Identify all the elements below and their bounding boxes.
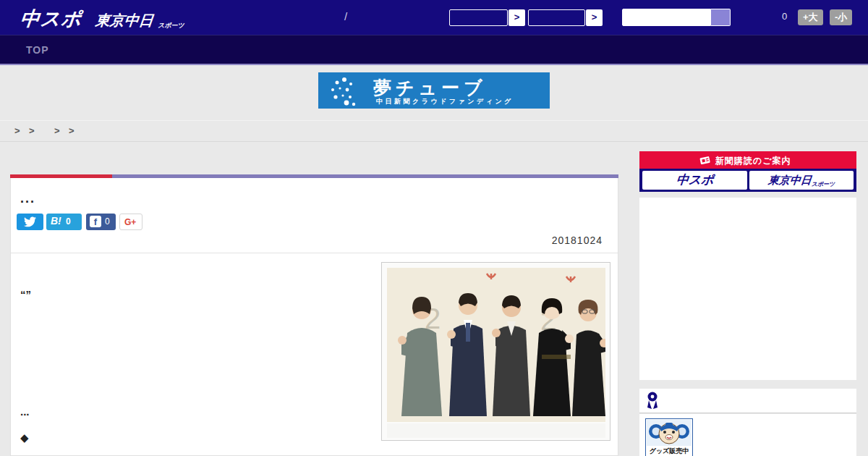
twitter-bird-icon [24, 216, 36, 227]
search-go-button[interactable] [711, 9, 731, 26]
article-quote-text: “” [20, 288, 31, 300]
breadcrumb-separator: > [69, 125, 75, 136]
header-select-1[interactable] [449, 9, 508, 26]
article-header-divider [11, 253, 618, 253]
search-input[interactable] [622, 9, 711, 26]
hatena-count: 0 [66, 216, 71, 227]
mascot-art [647, 420, 692, 446]
photo-caption [387, 423, 605, 438]
font-size-smaller-button[interactable]: -小 [830, 9, 852, 25]
article-photo-frame: 2 2 F R [381, 262, 610, 441]
facebook-count: 0 [105, 216, 110, 227]
font-size-larger-button[interactable]: +大 [798, 9, 823, 25]
site-logo[interactable]: 中スポ 東京中日 スポーツ [20, 6, 184, 32]
banner-subtitle: 中日新聞クラウドファンディング [376, 97, 514, 106]
dots-pattern-icon [327, 75, 378, 107]
article-ellipsis-text: ... [20, 405, 30, 418]
header-slash: / [344, 10, 347, 22]
breadcrumb-separator: > [54, 125, 60, 136]
paper-chuspo-label: 中スポ [675, 171, 715, 190]
logo-sports-small: スポーツ [158, 21, 184, 30]
cast-photo[interactable]: 2 2 F R [387, 268, 605, 422]
article-accent-red [10, 174, 112, 178]
header-select-2[interactable] [528, 9, 585, 26]
yume-tube-banner[interactable]: 夢チューブ 中日新聞クラウドファンディング [318, 72, 550, 109]
page: 中スポ 東京中日 スポーツ / > > 0 +大 -小 TOP 夢チューブ 中日… [0, 0, 868, 456]
paper-tokyo-chunichi-button[interactable]: 東京中日スポーツ [749, 171, 854, 190]
google-plus-button[interactable]: G+ [119, 214, 142, 230]
logo-chuspo: 中スポ [19, 6, 83, 32]
sidebar-goods-box: グッズ販売中 [639, 414, 856, 456]
subscription-banner-header[interactable]: 新聞購読のご案内 [639, 151, 856, 169]
breadcrumb: > > > > [0, 120, 868, 142]
hatena-bookmark-button[interactable]: B! 0 [46, 214, 82, 230]
hatena-b-icon: B! [51, 215, 61, 227]
article-title: ... [20, 191, 35, 206]
main-nav: TOP [0, 35, 868, 65]
facebook-f-icon: f [90, 216, 101, 227]
header-select-1-go-button[interactable]: > [509, 9, 525, 26]
goods-label: グッズ販売中 [646, 447, 692, 456]
goods-mascot-card[interactable]: グッズ販売中 [645, 418, 693, 456]
article-accent-purple [112, 174, 618, 178]
sidebar-ribbon-box [639, 389, 856, 413]
article-date: 20181024 [552, 235, 603, 246]
paper-chuspo-button[interactable]: 中スポ [642, 171, 747, 190]
twitter-share-button[interactable] [17, 214, 43, 230]
article-diamond-bullet: ◆ [20, 431, 29, 444]
breadcrumb-separator: > [29, 125, 35, 136]
subscription-banner-label: 新聞購読のご案内 [715, 155, 791, 167]
nav-item-top[interactable]: TOP [26, 44, 49, 56]
logo-tokyo-chunichi: 東京中日 [94, 11, 154, 30]
paper-tokyo-chunichi-label: 東京中日 [767, 171, 812, 190]
site-header: 中スポ 東京中日 スポーツ / > > 0 +大 -小 [0, 0, 868, 35]
newspaper-icon [699, 155, 712, 165]
facebook-share-button[interactable]: f 0 [86, 214, 116, 230]
header-count: 0 [782, 11, 787, 22]
mascot-monkey-icon [647, 420, 692, 446]
ribbon-award-icon[interactable] [647, 392, 658, 410]
sidebar-ad-placeholder [639, 198, 856, 380]
paper-tokyo-chunichi-small-label: スポーツ [812, 180, 835, 188]
google-plus-icon: G+ [124, 217, 136, 227]
header-select-2-go-button[interactable]: > [586, 9, 603, 26]
breadcrumb-separator: > [14, 125, 20, 136]
